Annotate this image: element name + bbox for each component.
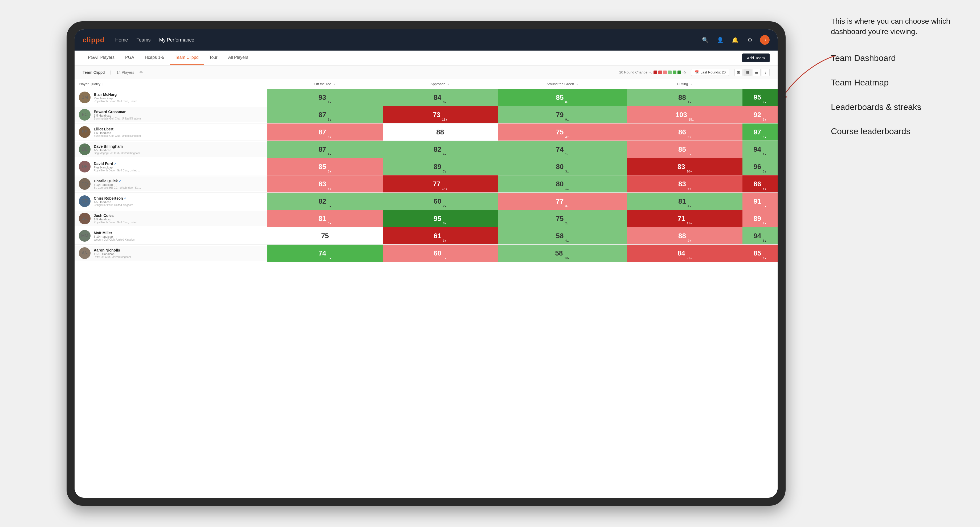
player-cell[interactable]: JC Josh Coles 1-5 Handicap Royal North D… <box>75 210 267 227</box>
score-value: 84 <box>434 94 441 102</box>
score-cell: 60 2▲ <box>383 193 498 210</box>
score-value: 85 <box>556 94 564 102</box>
view-buttons: ⊞ ▦ ☰ ↓ <box>735 69 770 76</box>
score-cell: 88 <box>383 124 498 141</box>
score-cell: 87 1▲ <box>267 106 382 124</box>
score-value: 83 <box>678 180 686 188</box>
score-value: 61 <box>434 232 441 240</box>
player-club: Sunningdale Golf Club, United Kingdom <box>94 135 141 137</box>
player-cell[interactable]: CR Chris Robertson✓ 1-5 Handicap Craigmi… <box>75 193 267 210</box>
add-team-button[interactable]: Add Team <box>742 54 770 62</box>
score-cell: 84 21▲ <box>627 244 742 262</box>
bell-icon[interactable]: 🔔 <box>730 35 740 45</box>
score-cell: 93 4▲ <box>267 89 382 106</box>
score-box: 103 15▲ <box>627 106 742 123</box>
tab-teamclippd[interactable]: Team Clippd <box>170 51 204 65</box>
player-cell[interactable]: BM Blair McHarg Plus Handicap Royal Nort… <box>75 89 267 106</box>
nav-logo: clippd <box>83 36 105 44</box>
score-value: 94 <box>753 232 761 240</box>
score-value: 60 <box>434 249 441 257</box>
score-value: 74 <box>318 249 326 257</box>
heatmap-scale: -5 +5 <box>649 71 686 74</box>
score-cell: 77 3▼ <box>498 193 627 210</box>
score-cell: 97 5▲ <box>743 124 778 141</box>
settings-icon[interactable]: ⚙ <box>745 35 755 45</box>
user-avatar[interactable]: U <box>760 35 770 45</box>
score-cell: 58 10▲ <box>498 244 627 262</box>
score-value: 58 <box>555 249 563 257</box>
edit-icon[interactable]: ✏ <box>140 70 143 75</box>
tab-allplayers[interactable]: All Players <box>223 51 254 65</box>
calendar-icon: 📅 <box>695 70 699 74</box>
scale-green-light <box>668 71 671 74</box>
nav-link-home[interactable]: Home <box>115 37 128 43</box>
player-cell[interactable]: CQ Charlie Quick✓ 6-10 Handicap St. Geor… <box>75 175 267 193</box>
player-info: David Ford✓ Plus Handicap Royal North De… <box>94 162 142 172</box>
score-box: 81 4▲ <box>627 193 742 210</box>
score-box: 84 6▲ <box>383 89 498 106</box>
score-value: 74 <box>556 145 564 154</box>
last-rounds-button[interactable]: 📅 Last Rounds: 20 <box>691 69 729 76</box>
player-cell[interactable]: DF David Ford✓ Plus Handicap Royal North… <box>75 158 267 175</box>
player-info: Josh Coles 1-5 Handicap Royal North Devo… <box>94 213 142 224</box>
search-icon[interactable]: 🔍 <box>700 35 710 45</box>
table-row: BM Blair McHarg Plus Handicap Royal Nort… <box>75 89 778 106</box>
annotation-area: This is where you can choose which dashb… <box>831 16 969 151</box>
list-view-button[interactable]: ☰ <box>752 69 760 76</box>
nav-link-teams[interactable]: Teams <box>137 37 151 43</box>
nav-link-myperformance[interactable]: My Performance <box>159 37 194 43</box>
player-club: Royal North Devon Golf Club, United King… <box>94 100 142 103</box>
col-header-putting: Putting → <box>627 79 742 89</box>
player-info: Aaron Nicholls 11-15 Handicap Drift Golf… <box>94 248 131 259</box>
score-box: 87 4▲ <box>267 141 382 158</box>
score-cell: 60 1▼ <box>383 244 498 262</box>
player-name: Charlie Quick✓ <box>94 179 142 183</box>
scale-green-mid <box>673 71 676 74</box>
annotation-item-3: Leaderboards & streaks <box>831 102 969 113</box>
tab-pga[interactable]: PGA <box>120 51 140 65</box>
player-cell[interactable]: EE Elliot Ebert 1-5 Handicap Sunningdale… <box>75 124 267 141</box>
score-box: 85 3▼ <box>267 158 382 175</box>
score-box: 79 9▲ <box>498 106 627 123</box>
round-change-label: 20 Round Change -5 +5 <box>619 70 686 74</box>
score-box: 84 21▲ <box>627 244 742 262</box>
heatmap-view-button[interactable]: ▦ <box>743 69 751 76</box>
score-box: 95 9▲ <box>743 89 778 106</box>
score-cell: 94 1▲ <box>743 141 778 158</box>
score-box: 60 2▲ <box>383 193 498 210</box>
annotation-list: Team Dashboard Team Heatmap Leaderboards… <box>831 53 969 137</box>
score-value: 94 <box>753 145 761 154</box>
tab-tour[interactable]: Tour <box>204 51 223 65</box>
player-name: Elliot Ebert <box>94 127 141 131</box>
score-box: 71 11▼ <box>627 210 742 227</box>
player-info: Edward Crossman 1-5 Handicap Sunningdale… <box>94 110 141 120</box>
download-button[interactable]: ↓ <box>762 69 770 76</box>
player-cell[interactable]: AN Aaron Nicholls 11-15 Handicap Drift G… <box>75 244 267 262</box>
score-cell: 74 8▲ <box>267 244 382 262</box>
grid-view-button[interactable]: ⊞ <box>735 69 743 76</box>
player-cell[interactable]: MM Matt Miller 6-10 Handicap Woburn Golf… <box>75 227 267 244</box>
player-club: Royal North Devon Golf Club, United King… <box>94 221 142 224</box>
player-name: Dave Billingham <box>94 144 140 149</box>
player-info: Blair McHarg Plus Handicap Royal North D… <box>94 92 142 103</box>
score-box: 88 2▼ <box>627 227 742 244</box>
player-cell[interactable]: DB Dave Billingham 1-5 Handicap Gog Mago… <box>75 141 267 158</box>
player-cell[interactable]: EC Edward Crossman 1-5 Handicap Sunningd… <box>75 106 267 124</box>
score-box: 95 8▲ <box>383 210 498 227</box>
score-value: 87 <box>318 111 326 119</box>
score-value: 83 <box>678 163 685 171</box>
player-handicap: Plus Handicap <box>94 97 142 100</box>
player-info: Chris Robertson✓ 1-5 Handicap Craigmilla… <box>94 196 133 206</box>
col-header-around: Around the Green → <box>498 79 627 89</box>
score-value: 71 <box>678 214 685 223</box>
user-icon[interactable]: 👤 <box>715 35 725 45</box>
tab-hcaps[interactable]: Hcaps 1-5 <box>140 51 170 65</box>
player-info: Elliot Ebert 1-5 Handicap Sunningdale Go… <box>94 127 141 137</box>
tab-pgat[interactable]: PGAT Players <box>83 51 120 65</box>
score-cell: 71 11▼ <box>627 210 742 227</box>
score-cell: 74 1▲ <box>498 141 627 158</box>
score-cell: 81 4▲ <box>627 193 742 210</box>
score-box: 94 3▲ <box>743 227 778 244</box>
player-avatar: CR <box>79 195 91 207</box>
player-club: Royal North Devon Golf Club, United King… <box>94 169 142 172</box>
